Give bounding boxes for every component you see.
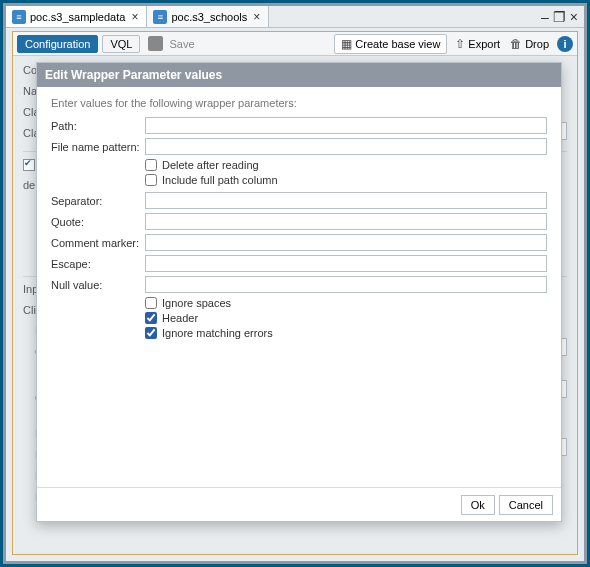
tab-row: ≡ poc.s3_sampledata × ≡ poc.s3_schools ×… bbox=[6, 6, 584, 28]
create-base-view-button[interactable]: ▦ Create base view bbox=[334, 34, 447, 54]
tab-label: poc.s3_schools bbox=[171, 11, 247, 23]
datasource-icon: ≡ bbox=[12, 10, 26, 24]
drop-button[interactable]: 🗑 Drop bbox=[508, 35, 551, 53]
path-input[interactable] bbox=[145, 117, 547, 134]
label-escape: Escape: bbox=[51, 258, 145, 270]
label-null-value: Null value: bbox=[51, 279, 145, 291]
dialog-title: Edit Wrapper Parameter values bbox=[37, 63, 561, 87]
quote-input[interactable] bbox=[145, 213, 547, 230]
checkbox-icon[interactable] bbox=[145, 297, 157, 309]
window-controls: – ❐ × bbox=[541, 6, 584, 27]
checkbox-label: Ignore spaces bbox=[162, 297, 231, 309]
checkbox-icon[interactable] bbox=[145, 312, 157, 324]
null-value-input[interactable] bbox=[145, 276, 547, 293]
checkbox-label: Delete after reading bbox=[162, 159, 259, 171]
include-full-path-checkbox[interactable]: Include full path column bbox=[145, 174, 547, 186]
delete-after-reading-checkbox[interactable]: Delete after reading bbox=[145, 159, 547, 171]
dialog-instruction: Enter values for the following wrapper p… bbox=[51, 97, 547, 109]
label-quote: Quote: bbox=[51, 216, 145, 228]
edit-wrapper-params-dialog: Edit Wrapper Parameter values Enter valu… bbox=[36, 62, 562, 522]
escape-input[interactable] bbox=[145, 255, 547, 272]
checkbox-icon[interactable] bbox=[145, 327, 157, 339]
info-icon[interactable]: i bbox=[557, 36, 573, 52]
checkbox-icon[interactable] bbox=[145, 159, 157, 171]
trash-icon: 🗑 bbox=[510, 37, 522, 51]
separator-input[interactable] bbox=[145, 192, 547, 209]
tab-sampledata[interactable]: ≡ poc.s3_sampledata × bbox=[6, 6, 147, 27]
label-file-name-pattern: File name pattern: bbox=[51, 141, 145, 153]
segment-bar: Configuration VQL Save ▦ Create base vie… bbox=[13, 32, 577, 56]
file-name-pattern-input[interactable] bbox=[145, 138, 547, 155]
datasource-icon: ≡ bbox=[153, 10, 167, 24]
close-icon[interactable]: × bbox=[129, 10, 140, 24]
cancel-button[interactable]: Cancel bbox=[499, 495, 553, 515]
header-checkbox[interactable]: Header bbox=[145, 312, 547, 324]
toolbar-right: ▦ Create base view ⇧ Export 🗑 Drop i bbox=[334, 34, 573, 54]
save-icon[interactable] bbox=[148, 36, 163, 51]
checkbox-label: Header bbox=[162, 312, 198, 324]
table-icon: ▦ bbox=[341, 37, 352, 51]
label-comment-marker: Comment marker: bbox=[51, 237, 145, 249]
segment-vql[interactable]: VQL bbox=[102, 35, 140, 53]
comment-marker-input[interactable] bbox=[145, 234, 547, 251]
export-icon: ⇧ bbox=[455, 37, 465, 51]
ignore-spaces-checkbox[interactable]: Ignore spaces bbox=[145, 297, 547, 309]
dialog-body: Enter values for the following wrapper p… bbox=[37, 87, 561, 487]
close-icon[interactable]: × bbox=[251, 10, 262, 24]
export-button[interactable]: ⇧ Export bbox=[453, 35, 502, 53]
tab-schools[interactable]: ≡ poc.s3_schools × bbox=[147, 6, 269, 27]
button-label: Export bbox=[468, 38, 500, 50]
button-label: Drop bbox=[525, 38, 549, 50]
label-separator: Separator: bbox=[51, 195, 145, 207]
checkbox-icon[interactable] bbox=[23, 159, 35, 171]
dialog-footer: Ok Cancel bbox=[37, 487, 561, 521]
minimize-icon[interactable]: – bbox=[541, 9, 549, 25]
editor-surface: ≡ poc.s3_sampledata × ≡ poc.s3_schools ×… bbox=[6, 6, 584, 561]
segment-configuration[interactable]: Configuration bbox=[17, 35, 98, 53]
tab-label: poc.s3_sampledata bbox=[30, 11, 125, 23]
checkbox-label: Ignore matching errors bbox=[162, 327, 273, 339]
ok-button[interactable]: Ok bbox=[461, 495, 495, 515]
button-label: Create base view bbox=[355, 38, 440, 50]
label-path: Path: bbox=[51, 120, 145, 132]
restore-icon[interactable]: ❐ bbox=[553, 9, 566, 25]
save-label: Save bbox=[169, 38, 194, 50]
checkbox-label: Include full path column bbox=[162, 174, 278, 186]
ignore-matching-errors-checkbox[interactable]: Ignore matching errors bbox=[145, 327, 547, 339]
app-frame: ≡ poc.s3_sampledata × ≡ poc.s3_schools ×… bbox=[0, 0, 590, 567]
close-window-icon[interactable]: × bbox=[570, 9, 578, 25]
checkbox-icon[interactable] bbox=[145, 174, 157, 186]
